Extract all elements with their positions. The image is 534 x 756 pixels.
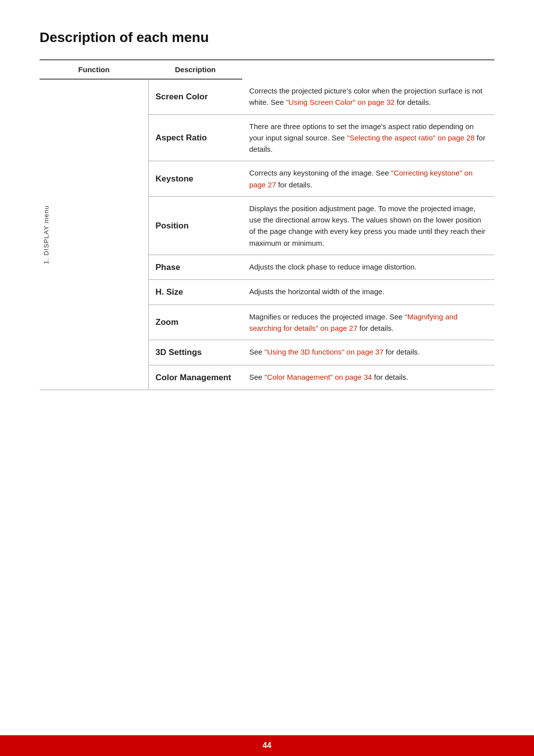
description-cell: Corrects any keystoning of the image. Se… [242, 161, 494, 197]
sidebar-label: 1. DISPLAY menu [40, 201, 53, 268]
page-footer: 44 [0, 735, 534, 756]
description-cell: Magnifies or reduces the projected image… [242, 305, 494, 340]
description-link[interactable]: "Selecting the aspect ratio" on page 28 [347, 133, 475, 142]
table-row: 1. DISPLAY menuScreen ColorCorrects the … [40, 79, 494, 114]
page-number: 44 [263, 741, 271, 750]
description-link[interactable]: "Color Management" on page 34 [265, 373, 372, 381]
function-name: Screen Color [148, 79, 242, 114]
description-cell: See "Color Management" on page 34 for de… [242, 365, 494, 390]
description-cell: See "Using the 3D functions" on page 37 … [242, 340, 494, 365]
description-header: Description [148, 60, 242, 79]
description-cell: Corrects the projected picture’s color w… [242, 79, 494, 114]
description-link[interactable]: "Using the 3D functions" on page 37 [265, 348, 384, 356]
description-cell: Displays the position adjustment page. T… [242, 196, 494, 255]
page-title: Description of each menu [40, 30, 494, 45]
description-link[interactable]: "Correcting keystone" on page 27 [249, 169, 473, 188]
main-table: Function Description 1. DISPLAY menuScre… [40, 59, 494, 390]
function-name: Color Management [148, 365, 242, 390]
description-link[interactable]: "Magnifying and searching for details" o… [249, 312, 457, 332]
function-name: Keystone [148, 161, 242, 197]
description-cell: Adjusts the horizontal width of the imag… [242, 280, 494, 305]
description-link[interactable]: "Using Screen Color" on page 32 [286, 98, 395, 106]
function-name: H. Size [148, 280, 242, 305]
function-name: Zoom [148, 305, 242, 340]
function-header: Function [40, 60, 148, 79]
sidebar-label-cell: 1. DISPLAY menu [40, 79, 148, 390]
function-name: Phase [148, 255, 242, 280]
function-name: Aspect Ratio [148, 114, 242, 161]
function-name: 3D Settings [148, 340, 242, 365]
function-name: Position [148, 196, 242, 255]
description-cell: Adjusts the clock phase to reduce image … [242, 255, 494, 280]
description-cell: There are three options to set the image… [242, 114, 494, 161]
